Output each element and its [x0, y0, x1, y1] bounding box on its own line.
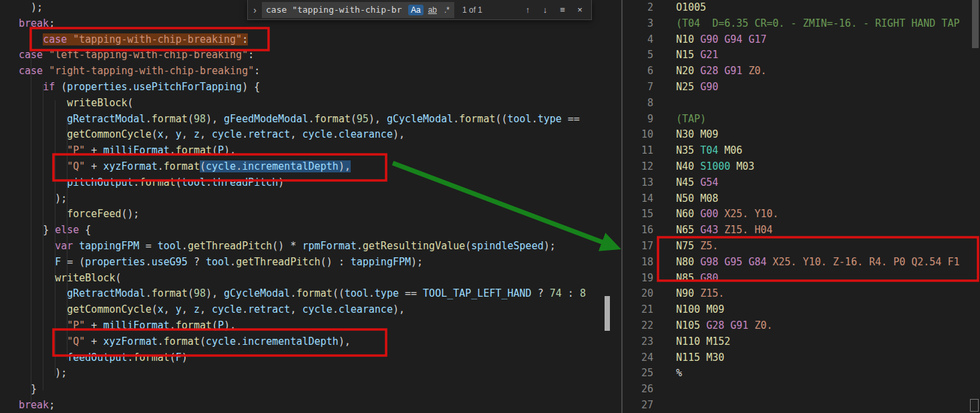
code-line[interactable]: gRetractModal.format(98), gFeedModeModal… — [19, 112, 621, 128]
gcode-line[interactable]: 27 — [623, 398, 980, 413]
code-token: M06 — [724, 144, 742, 156]
code-token — [694, 144, 700, 156]
code-line[interactable]: ); — [19, 366, 621, 382]
gcode-line[interactable]: 26 — [623, 382, 980, 398]
gcode-line[interactable]: 15N60 G00 X25. Y10. — [623, 206, 980, 223]
gcode-line[interactable]: 3(T04 D=6.35 CR=0. - ZMIN=-16. - RIGHT H… — [623, 16, 980, 32]
gcode-line[interactable]: 6N20 G28 G91 Z0. — [623, 63, 980, 80]
code-token: ); — [55, 367, 67, 379]
code-token — [19, 335, 67, 348]
gcode-line[interactable]: 21N100 M09 — [623, 302, 980, 318]
code-line[interactable]: pitchOutput.format(tool.threadPitch) — [19, 175, 621, 191]
gcode-line[interactable]: 14N50 M08 — [623, 191, 980, 207]
code-token: (TAP) — [676, 113, 706, 125]
code-line[interactable]: break; — [19, 398, 621, 413]
gcode-line[interactable]: 23N110 M152 — [623, 334, 980, 350]
code-line[interactable]: } else { — [19, 223, 621, 239]
gcode-line[interactable]: 12N40 S1000 M03 — [623, 159, 980, 175]
code-token: gRetractModal — [67, 113, 145, 125]
gcode-line[interactable]: 17N75 Z5. — [623, 239, 980, 255]
code-token: ), — [224, 319, 236, 331]
gcode-line[interactable]: 9(TAP) — [623, 112, 980, 128]
code-token: ( — [200, 335, 206, 348]
code-token: case — [43, 33, 67, 45]
code-token — [724, 319, 730, 331]
code-token: N50 — [676, 192, 694, 204]
gcode-line[interactable]: 19N85 G80 — [623, 271, 980, 287]
gcode-text: N80 G98 G95 G84 X25. Y10. Z-16. R4. P0 Q… — [653, 255, 959, 271]
regex-toggle[interactable]: .* — [442, 5, 452, 15]
code-line[interactable]: F = (properties.useG95 ? tool.getThreadP… — [19, 255, 621, 271]
code-token: threadPitch — [212, 176, 278, 188]
gcode-line[interactable]: 20N90 Z15. — [623, 286, 980, 302]
code-token: N60 — [676, 208, 694, 220]
code-line[interactable]: writeBlock( — [19, 96, 621, 112]
code-token: (( — [495, 113, 507, 125]
code-token: format — [315, 113, 351, 125]
whole-word-toggle[interactable]: ab — [426, 5, 440, 15]
find-expand-chevron-icon[interactable]: › — [251, 5, 259, 15]
gcode-line[interactable]: 22N105 G28 G91 Z0. — [623, 318, 980, 334]
code-token: rpmFormat — [302, 240, 356, 252]
code-token: M08 — [700, 192, 718, 204]
gcode-text: N115 M30 — [653, 350, 724, 366]
gcode-line[interactable]: 25% — [623, 366, 980, 382]
gcode-line[interactable]: 7N25 G90 — [623, 80, 980, 96]
code-token: ( — [116, 272, 122, 284]
code-line[interactable]: "P" + milliFormat.format(P), — [19, 143, 621, 159]
find-in-selection-button[interactable]: ≡ — [555, 5, 570, 15]
find-widget: › case "tapping-with-chip-br Aa ab .* 1 … — [247, 0, 592, 20]
code-line[interactable]: gRetractModal.format(98), gCycleModal.fo… — [19, 286, 621, 302]
code-token: Z5. — [700, 240, 718, 252]
previous-match-button[interactable]: ↑ — [520, 5, 535, 15]
code-token: ), — [339, 160, 351, 172]
match-case-toggle[interactable]: Aa — [408, 5, 424, 15]
code-line[interactable]: "Q" + xyzFormat.format(cycle.incremental… — [19, 159, 621, 175]
next-match-button[interactable]: ↓ — [538, 5, 552, 15]
code-line[interactable]: "Q" + xyzFormat.format(cycle.incremental… — [19, 334, 621, 350]
code-token — [694, 33, 700, 45]
code-line[interactable]: case "tapping-with-chip-breaking": — [19, 32, 621, 48]
gcode-line[interactable]: 5N15 G21 — [623, 47, 980, 63]
code-line[interactable]: case "right-tapping-with-chip-breaking": — [19, 63, 621, 80]
code-token: . — [333, 128, 339, 140]
code-line[interactable]: ); — [19, 191, 621, 207]
code-token: , — [290, 128, 302, 140]
code-token: "Q" — [67, 160, 85, 172]
code-token — [19, 303, 67, 315]
left-scrollbar-thumb[interactable] — [605, 296, 610, 331]
code-token — [700, 319, 706, 331]
code-line[interactable]: "P" + milliFormat.format(P), — [19, 318, 621, 334]
code-line[interactable]: var tappingFPM = tool.getThreadPitch() *… — [19, 239, 621, 255]
code-line[interactable]: } — [19, 382, 621, 398]
code-token — [73, 240, 79, 252]
right-scrollbar-thumb[interactable] — [972, 0, 979, 48]
code-line[interactable]: getCommonCycle(x, y, z, cycle.retract, c… — [19, 127, 621, 143]
gcode-line[interactable]: 13N45 G54 — [623, 175, 980, 191]
code-token: N65 — [676, 224, 694, 236]
code-token: N100 — [676, 303, 700, 315]
find-input[interactable]: case "tapping-with-chip-br Aa ab .* — [262, 2, 454, 18]
pane-divider[interactable] — [621, 0, 623, 413]
code-token: } — [43, 224, 55, 236]
gcode-line[interactable]: 4N10 G90 G94 G17 — [623, 32, 980, 48]
code-token: usePitchForTapping — [134, 81, 242, 93]
code-line[interactable]: forceFeed(); — [19, 206, 621, 223]
code-line[interactable]: case "left-tapping-with-chip-breaking": — [19, 47, 621, 63]
code-line[interactable]: feedOutput.format(F) — [19, 350, 621, 366]
gcode-line[interactable]: 18N80 G98 G95 G84 X25. Y10. Z-16. R4. P0… — [623, 255, 980, 271]
close-find-button[interactable]: × — [573, 5, 587, 15]
gcode-line[interactable]: 24N115 M30 — [623, 350, 980, 366]
code-token: Z15. — [724, 224, 748, 236]
code-line[interactable]: getCommonCycle(x, y, z, cycle.retract, c… — [19, 302, 621, 318]
code-token — [19, 224, 43, 236]
gcode-line[interactable]: 11N35 T04 M06 — [623, 143, 980, 159]
gcode-line[interactable]: 8 — [623, 96, 980, 112]
code-token: + — [85, 335, 103, 348]
gcode-line[interactable]: 2O1005 — [623, 0, 980, 16]
code-line[interactable]: if (properties.usePitchForTapping) { — [19, 80, 621, 96]
gcode-line[interactable]: 16N65 G43 Z15. H04 — [623, 223, 980, 239]
gcode-text: N65 G43 Z15. H04 — [653, 223, 773, 239]
gcode-line[interactable]: 10N30 M09 — [623, 127, 980, 143]
code-line[interactable]: writeBlock( — [19, 271, 621, 287]
